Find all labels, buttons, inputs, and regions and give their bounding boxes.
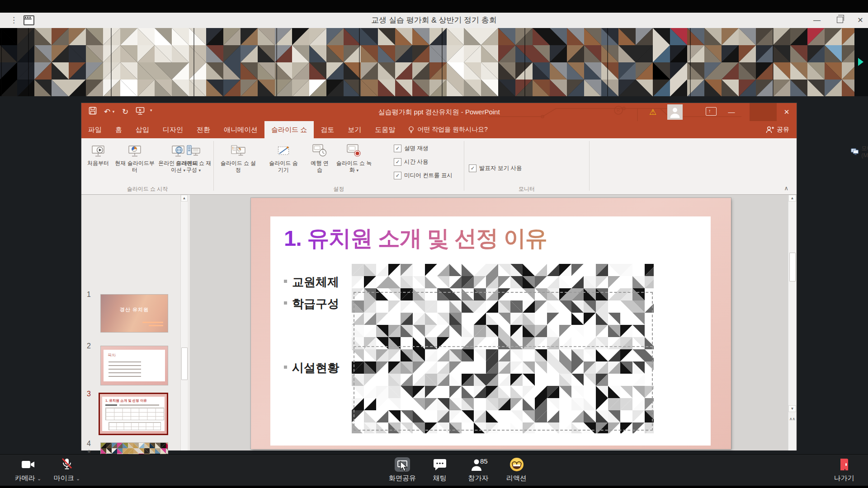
checkbox-icon: ✓ (469, 164, 476, 172)
scroll-down-icon[interactable]: ▼ (788, 405, 796, 412)
group-separator (589, 141, 590, 191)
leave-button[interactable]: 나가기 (828, 457, 860, 483)
qat-customize-button[interactable]: ▾ (150, 107, 152, 117)
checkbox-icon: ✓ (394, 145, 401, 152)
scroll-up-icon[interactable]: ▲ (181, 195, 188, 202)
slide-thumbnail-1[interactable]: 경산 유치원 (100, 294, 168, 333)
tell-me-box[interactable]: 어떤 작업을 원하시나요? (408, 121, 488, 138)
tab-help[interactable]: 도움말 (368, 121, 402, 138)
slide2-body: 목차 (104, 350, 165, 381)
tab-slideshow[interactable]: 슬라이드 쇼 (264, 121, 314, 138)
camera-button[interactable]: 카메라 ⌄ (10, 457, 46, 483)
participants-button[interactable]: 85 참가자 (460, 457, 496, 483)
tab-animations[interactable]: 애니메이션 (217, 121, 264, 138)
account-avatar[interactable] (667, 104, 683, 120)
slide-number-selected: 3 (87, 390, 91, 398)
slide-bullet-1[interactable]: 교원체제 (292, 274, 339, 290)
camera-icon (21, 460, 35, 469)
meeting-title: 교생 실습 평가회 & 상반기 정기 총회 (0, 13, 868, 28)
record-slideshow-icon (346, 144, 362, 158)
slide3-text-bar (119, 404, 159, 406)
screen-bottom-edge (0, 486, 868, 488)
slide-title[interactable]: 1. 유치원 소개 및 선정 이유 (284, 224, 547, 253)
ribbon: 처음부터 현재 슬라이드부터 온라인 프레젠테이션 ▾ 슬라이드 쇼 재구성 ▾… (81, 138, 797, 195)
slide1-title: 경산 유치원 (101, 306, 168, 313)
undo-button[interactable]: ↶ ▾ (104, 107, 114, 117)
group-monitors: 모니터(M): 기본 모니터 ▾ ✓ 발표자 보기 사용 모니터 (464, 138, 589, 194)
from-beginning-button[interactable]: 처음부터 (84, 140, 112, 167)
mic-button-muted[interactable]: 마이크 ⌄ (49, 457, 85, 483)
share-button[interactable]: 공유 (766, 121, 789, 138)
slide1-subtitle-line (149, 325, 163, 326)
tab-review[interactable]: 검토 (314, 121, 341, 138)
setup-slideshow-button[interactable]: 슬라이드 쇼 설정 (219, 140, 257, 174)
redo-button[interactable]: ↻ (122, 107, 128, 117)
show-media-controls-checkbox[interactable]: ✓ 미디어 컨트롤 표시 (394, 172, 453, 179)
slide-bullet-2[interactable]: 학급구성 (292, 296, 339, 312)
custom-slideshow-button[interactable]: 슬라이드 쇼 재구성 ▾ (175, 140, 212, 174)
mic-caret-icon[interactable]: ⌄ (76, 476, 80, 481)
ppt-restore-button[interactable] (750, 103, 777, 121)
slide-thumbnail-3-selected[interactable]: 1. 유치원 소개 및 선정 이유 (99, 393, 168, 435)
tab-home[interactable]: 홈 (108, 121, 129, 138)
setup-slideshow-icon (231, 145, 246, 158)
slide-number: 4 (87, 440, 91, 448)
play-narrations-checkbox[interactable]: ✓ 설명 재생 (394, 145, 428, 152)
group-start-slideshow: 처음부터 현재 슬라이드부터 온라인 프레젠테이션 ▾ 슬라이드 쇼 재구성 ▾… (81, 138, 213, 194)
camera-caret-icon[interactable]: ⌄ (37, 476, 41, 481)
hide-slide-button[interactable]: 슬라이드 숨기기 (267, 140, 300, 174)
collapse-ribbon-button[interactable]: ∧ (784, 185, 788, 192)
app-restore-button[interactable] (833, 13, 846, 28)
slide-bullet-3[interactable]: 시설현황 (292, 360, 339, 376)
slide1-subtitle-line (142, 322, 163, 323)
start-slideshow-qat-button[interactable] (136, 107, 145, 117)
record-caret-icon: ▾ (356, 168, 359, 173)
tab-view[interactable]: 보기 (341, 121, 368, 138)
scrollbar-thumb[interactable] (789, 253, 796, 282)
chat-button[interactable]: 채팅 (423, 457, 457, 483)
save-button[interactable] (89, 107, 97, 117)
warning-icon[interactable]: ⚠ (649, 106, 656, 118)
mouse-cursor (400, 461, 410, 472)
tab-transitions[interactable]: 전환 (190, 121, 217, 138)
scroll-up-icon[interactable]: ▲ (788, 195, 796, 202)
use-timings-checkbox[interactable]: ✓ 시간 사용 (394, 158, 428, 166)
leave-door-icon (838, 458, 850, 471)
ribbon-tab-row: 파일 홈 삽입 디자인 전환 애니메이션 슬라이드 쇼 검토 보기 도움말 어떤… (81, 121, 797, 138)
monitor-label: 모니터(M): (861, 145, 868, 159)
restore-icon (837, 17, 843, 23)
slide-canvas[interactable]: 1. 유치원 소개 및 선정 이유 교원체제 학급구성 시설현황 (251, 198, 731, 449)
previous-slide-button[interactable]: ∧∧ (788, 417, 796, 421)
ribbon-display-options-button[interactable]: ↑ (704, 107, 718, 117)
editor-scrollbar[interactable]: ▲ ▼ ∧∧ (788, 195, 796, 450)
video-tile-borders (0, 28, 854, 96)
censored-slide-content[interactable] (352, 264, 654, 433)
ppt-close-button[interactable]: ✕ (777, 103, 797, 121)
group-label-setup: 설정 (214, 185, 464, 193)
strip-collapse-arrow-icon[interactable] (858, 58, 863, 66)
selection-dashed-border (354, 292, 653, 431)
tab-design[interactable]: 디자인 (156, 121, 190, 138)
monitor-icon (851, 148, 859, 155)
app-titlebar: ⋮ 교생 실습 평가회 & 상반기 정기 총회 — ✕ (0, 13, 868, 28)
tab-file[interactable]: 파일 (81, 121, 108, 138)
thumbnail-scrollbar[interactable]: ▲ (180, 195, 188, 450)
from-current-slide-button[interactable]: 현재 슬라이드부터 (114, 140, 156, 174)
undo-caret-icon[interactable]: ▾ (113, 109, 115, 114)
ppt-minimize-button[interactable]: — (722, 103, 741, 121)
slide-number: 2 (87, 342, 91, 350)
rehearse-timings-button[interactable]: 예행 연습 (309, 140, 330, 174)
use-presenter-view-checkbox[interactable]: ✓ 발표자 보기 사용 (469, 164, 522, 172)
reactions-button[interactable]: 리액션 (497, 457, 536, 483)
checkbox-icon: ✓ (394, 158, 401, 166)
slide3-body: 1. 유치원 소개 및 선정 이유 (102, 397, 165, 431)
tab-insert[interactable]: 삽입 (129, 121, 156, 138)
slide-thumbnail-2[interactable]: 목차 (100, 346, 168, 385)
record-slideshow-button[interactable]: 슬라이드 쇼 녹화 ▾ (335, 140, 373, 174)
app-close-button[interactable]: ✕ (854, 13, 867, 28)
slide2-text-lines (108, 361, 141, 380)
scrollbar-thumb[interactable] (181, 347, 188, 380)
app-minimize-button[interactable]: — (810, 13, 824, 28)
share-person-icon (766, 126, 774, 133)
hide-slide-icon (277, 145, 290, 158)
